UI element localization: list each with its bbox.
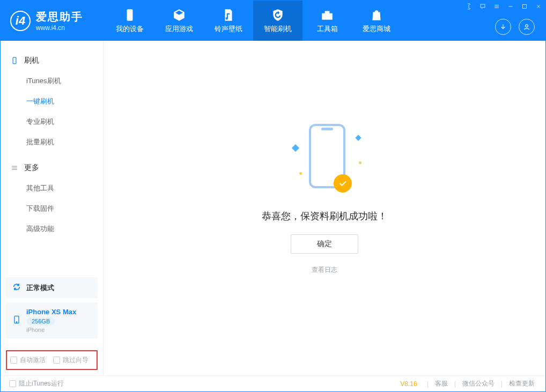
phone-icon (12, 314, 21, 327)
checkbox-label: 自动激活 (20, 356, 46, 365)
feedback-icon[interactable] (476, 1, 490, 12)
status-bar: 阻止iTunes运行 V8.16 | 客服 | 微信公众号 | 检查更新 (1, 375, 545, 391)
brand-name: 爱思助手 (36, 10, 83, 24)
download-button[interactable] (495, 19, 511, 35)
flash-options-highlight: 自动激活 跳过向导 (6, 350, 98, 370)
app-header: i4 爱思助手 www.i4.cn 我的设备 应用游戏 铃声壁纸 (1, 1, 545, 41)
success-illustration (284, 123, 365, 198)
shopping-bag-icon (369, 8, 384, 22)
nav-apps-games[interactable]: 应用游戏 (154, 1, 204, 41)
app-body: 刷机 iTunes刷机 一键刷机 专业刷机 批量刷机 更多 其他工具 下载固件 … (1, 41, 545, 375)
account-button[interactable] (519, 19, 535, 35)
svg-rect-3 (523, 5, 527, 9)
nav-label: 爱思商城 (363, 24, 390, 34)
nav-label: 应用游戏 (165, 24, 193, 34)
nav-my-device[interactable]: 我的设备 (105, 1, 154, 41)
nav-label: 智能刷机 (264, 24, 292, 34)
device-icon (122, 8, 137, 22)
svg-rect-0 (127, 9, 133, 21)
group-title: 刷机 (24, 56, 39, 65)
sidebar-group-flash[interactable]: 刷机 (1, 50, 103, 71)
checkbox-label: 阻止iTunes运行 (19, 379, 64, 388)
sidebar-item-download-firmware[interactable]: 下载固件 (1, 198, 103, 219)
sidebar-item-batch-flash[interactable]: 批量刷机 (1, 132, 103, 152)
nav-smart-flash[interactable]: 智能刷机 (253, 1, 302, 41)
version-label: V8.16 (400, 380, 417, 388)
mode-label: 正常模式 (26, 283, 54, 293)
block-itunes-checkbox[interactable]: 阻止iTunes运行 (9, 379, 64, 388)
skip-guide-checkbox[interactable]: 跳过向导 (53, 356, 88, 365)
customer-service-link[interactable]: 客服 (433, 379, 450, 388)
device-capacity: 256GB (26, 317, 55, 325)
brand-logo: i4 爱思助手 www.i4.cn (1, 1, 100, 41)
success-message: 恭喜您，保资料刷机成功啦！ (262, 210, 387, 223)
device-kind: iPhone (26, 327, 76, 333)
brand-mark-icon: i4 (10, 11, 31, 31)
nav-ringtone-wallpaper[interactable]: 铃声壁纸 (204, 1, 253, 41)
svg-point-6 (16, 322, 17, 322)
minimize-button[interactable] (504, 1, 518, 12)
maximize-button[interactable] (518, 1, 532, 12)
sidebar-item-itunes-flash[interactable]: iTunes刷机 (1, 71, 103, 91)
sidebar-group-more[interactable]: 更多 (1, 158, 103, 178)
music-file-icon (221, 8, 236, 22)
list-icon (10, 164, 19, 172)
device-name: iPhone XS Max (26, 308, 76, 316)
mode-card[interactable]: 正常模式 (6, 277, 98, 298)
shield-refresh-icon (270, 8, 285, 22)
sidebar-item-advanced[interactable]: 高级功能 (1, 219, 103, 239)
close-button[interactable] (532, 1, 545, 12)
nav-toolbox[interactable]: 工具箱 (302, 1, 352, 41)
flash-result: 恭喜您，保资料刷机成功啦！ 确定 查看日志 (262, 123, 387, 275)
refresh-icon (12, 283, 21, 293)
checkbox-icon (9, 380, 16, 387)
checkbox-label: 跳过向导 (63, 356, 88, 365)
nav-label: 铃声壁纸 (215, 24, 242, 34)
device-card[interactable]: iPhone XS Max 256GB iPhone (6, 302, 98, 338)
nav-store[interactable]: 爱思商城 (352, 1, 401, 41)
main-content: 恭喜您，保资料刷机成功啦！ 确定 查看日志 (104, 41, 545, 375)
sidebar-item-pro-flash[interactable]: 专业刷机 (1, 112, 103, 132)
cube-icon (172, 8, 187, 22)
check-update-link[interactable]: 检查更新 (507, 379, 537, 388)
checkbox-icon (53, 357, 60, 364)
share-icon[interactable] (462, 1, 476, 12)
nav-label: 工具箱 (317, 24, 338, 34)
toolbox-icon (320, 8, 335, 22)
sidebar-item-one-click-flash[interactable]: 一键刷机 (1, 91, 103, 112)
svg-point-1 (526, 24, 528, 27)
view-log-link[interactable]: 查看日志 (312, 265, 337, 275)
nav-label: 我的设备 (116, 24, 144, 34)
phone-icon (10, 56, 19, 65)
sidebar-item-other-tools[interactable]: 其他工具 (1, 178, 103, 198)
window-titlebar (462, 1, 545, 12)
check-icon (334, 174, 352, 193)
sidebar: 刷机 iTunes刷机 一键刷机 专业刷机 批量刷机 更多 其他工具 下载固件 … (1, 41, 104, 375)
svg-rect-4 (13, 57, 16, 64)
auto-activate-checkbox[interactable]: 自动激活 (10, 356, 46, 365)
group-title: 更多 (24, 163, 39, 173)
wechat-link[interactable]: 微信公众号 (460, 379, 497, 388)
svg-rect-2 (481, 4, 485, 8)
confirm-button[interactable]: 确定 (291, 234, 358, 254)
menu-icon[interactable] (490, 1, 504, 12)
checkbox-icon (10, 357, 17, 364)
top-nav: 我的设备 应用游戏 铃声壁纸 智能刷机 工具箱 (105, 1, 486, 41)
brand-site: www.i4.cn (36, 24, 83, 32)
